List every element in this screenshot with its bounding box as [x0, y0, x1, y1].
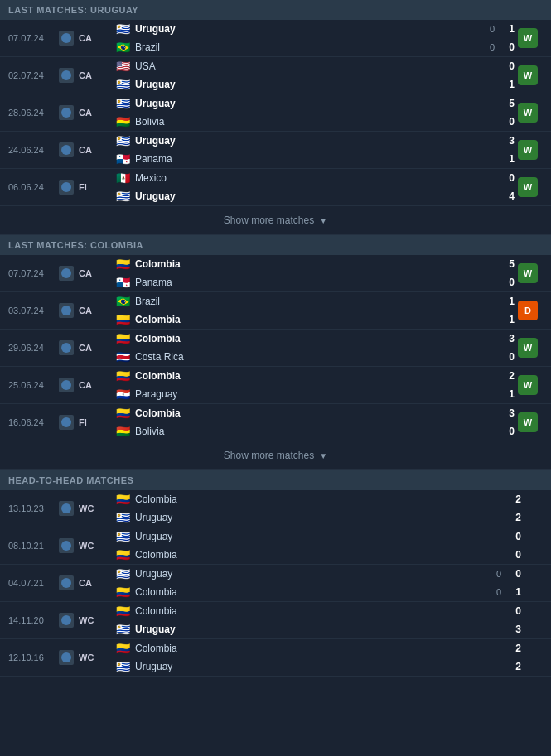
teams-column: 🇺🇸USA🇺🇾Uruguay [116, 57, 500, 94]
team-flag: 🇵🇦 [116, 276, 130, 289]
match-row: 14.11.20WC🇨🇴Colombia🇺🇾Uruguay03 [0, 602, 551, 639]
score: 2 [500, 367, 515, 385]
score: 0 [500, 169, 515, 187]
team-name: Panama [135, 153, 172, 165]
globe-icon [59, 650, 74, 665]
team-name: Colombia [135, 258, 181, 270]
teams-scores-block: 🇨🇴Colombia🇵🇦Panama50W [116, 255, 551, 291]
team-flag: 🇧🇴 [116, 115, 130, 128]
team-flag: 🇺🇾 [116, 660, 130, 673]
score: 1 [500, 292, 515, 311]
team-name: Bolivia [135, 116, 164, 128]
result-badge-col: W [518, 103, 551, 123]
match-row: 04.07.21CA🇺🇾Uruguay🇨🇴Colombia0001 [0, 565, 551, 602]
score: 1 [500, 150, 515, 168]
team-name: Colombia [135, 605, 177, 617]
team-flag: 🇧🇷 [116, 295, 130, 308]
team-flag: 🇨🇴 [116, 313, 130, 326]
result-badge-col: W [518, 65, 551, 85]
sub-score: 0 [486, 565, 501, 583]
team-name: Uruguay [135, 98, 176, 109]
match-row: 06.06.24FI🇲🇽Mexico🇺🇾Uruguay04W [0, 169, 551, 206]
tournament-label: CA [79, 578, 92, 588]
score: 4 [500, 187, 515, 205]
h2h-matches-list: 13.10.23WC🇨🇴Colombia🇺🇾Uruguay2208.10.21W… [0, 490, 551, 677]
tournament-label: CA [79, 108, 92, 118]
match-date: 03.07.24 [8, 306, 54, 315]
section-header-colombia: LAST MATCHES: COLOMBIA [0, 235, 551, 255]
teams-scores-block: 🇨🇴Colombia🇨🇷Costa Rica30W [116, 330, 551, 366]
score: 2 [506, 508, 521, 527]
score: 0 [500, 113, 515, 131]
teams-column: 🇺🇾Uruguay🇧🇷Brazil [116, 20, 480, 56]
team-line: 🇺🇾Uruguay [116, 620, 506, 638]
score: 0 [500, 273, 515, 291]
globe-icon [59, 613, 74, 628]
score: 0 [506, 602, 521, 620]
scores-column: 21 [500, 367, 515, 403]
team-line: 🇧🇷Brazil [116, 292, 500, 311]
date-tournament-cell: 25.06.24CA [0, 367, 116, 403]
team-line: 🇺🇾Uruguay [116, 132, 500, 150]
match-date: 25.06.24 [8, 380, 54, 390]
match-date: 28.06.24 [8, 108, 54, 118]
score: 0 [506, 527, 521, 546]
sub-score: 0 [480, 38, 495, 56]
scores-column: 10 [500, 20, 515, 56]
match-row: 02.07.24CA🇺🇸USA🇺🇾Uruguay01W [0, 57, 551, 94]
show-more-uruguay[interactable]: Show more matches ▼ [0, 206, 551, 235]
result-badge: D [518, 301, 538, 320]
team-name: Paraguay [135, 388, 177, 400]
team-name: Panama [135, 277, 172, 288]
result-badge-col: W [518, 263, 551, 283]
team-line: 🇵🇦Panama [116, 273, 500, 291]
scores-column: 22 [506, 639, 521, 676]
chevron-down-icon: ▼ [319, 451, 327, 460]
date-tournament-cell: 24.06.24CA [0, 132, 116, 168]
team-flag: 🇨🇴 [116, 604, 130, 618]
scores-column: 01 [500, 57, 515, 94]
teams-scores-block: 🇨🇴Colombia🇺🇾Uruguay22 [116, 490, 551, 527]
match-row: 12.10.16WC🇨🇴Colombia🇺🇾Uruguay22 [0, 639, 551, 677]
team-line: 🇨🇴Colombia [116, 311, 500, 329]
date-tournament-cell: 03.07.24CA [0, 292, 116, 329]
scores-column: 31 [500, 132, 515, 168]
chevron-down-icon: ▼ [319, 216, 327, 225]
result-badge-col: W [518, 28, 551, 48]
team-flag: 🇺🇾 [116, 511, 130, 524]
date-tournament-cell: 08.10.21WC [0, 527, 116, 564]
match-row: 24.06.24CA🇺🇾Uruguay🇵🇦Panama31W [0, 132, 551, 169]
team-line: 🇨🇴Colombia [116, 546, 506, 564]
team-name: Costa Rica [135, 351, 184, 363]
score: 0 [500, 348, 515, 366]
score: 3 [500, 404, 515, 422]
score: 3 [506, 620, 521, 638]
match-date: 06.06.24 [8, 182, 54, 192]
tournament-label: CA [79, 306, 92, 315]
team-flag: 🇺🇾 [116, 567, 130, 580]
team-name: Uruguay [135, 568, 172, 580]
colombia-matches-list: 07.07.24CA🇨🇴Colombia🇵🇦Panama50W03.07.24C… [0, 255, 551, 441]
teams-scores-block: 🇨🇴Colombia🇺🇾Uruguay22 [116, 639, 551, 676]
score: 0 [506, 546, 521, 564]
team-flag: 🇺🇾 [116, 134, 130, 147]
team-line: 🇺🇾Uruguay [116, 187, 500, 205]
result-badge-col: W [518, 177, 551, 197]
match-date: 12.10.16 [8, 652, 54, 662]
scores-column: 30 [500, 330, 515, 366]
teams-scores-block: 🇺🇾Uruguay🇧🇷Brazil0010W [116, 20, 551, 56]
score: 2 [506, 639, 521, 657]
result-badge: W [518, 338, 538, 358]
date-tournament-cell: 29.06.24CA [0, 330, 116, 366]
tournament-label: CA [79, 33, 92, 43]
show-more-colombia[interactable]: Show more matches ▼ [0, 441, 551, 470]
date-tournament-cell: 12.10.16WC [0, 639, 116, 676]
section-header-uruguay: LAST MATCHES: URUGUAY [0, 0, 551, 20]
team-line: 🇺🇾Uruguay [116, 657, 506, 676]
sub-score: 0 [486, 583, 501, 601]
team-name: Uruguay [135, 661, 172, 672]
result-badge: W [518, 65, 538, 85]
match-date: 04.07.21 [8, 578, 54, 588]
teams-column: 🇨🇴Colombia🇵🇦Panama [116, 255, 500, 291]
teams-column: 🇺🇾Uruguay🇨🇴Colombia [116, 565, 486, 601]
